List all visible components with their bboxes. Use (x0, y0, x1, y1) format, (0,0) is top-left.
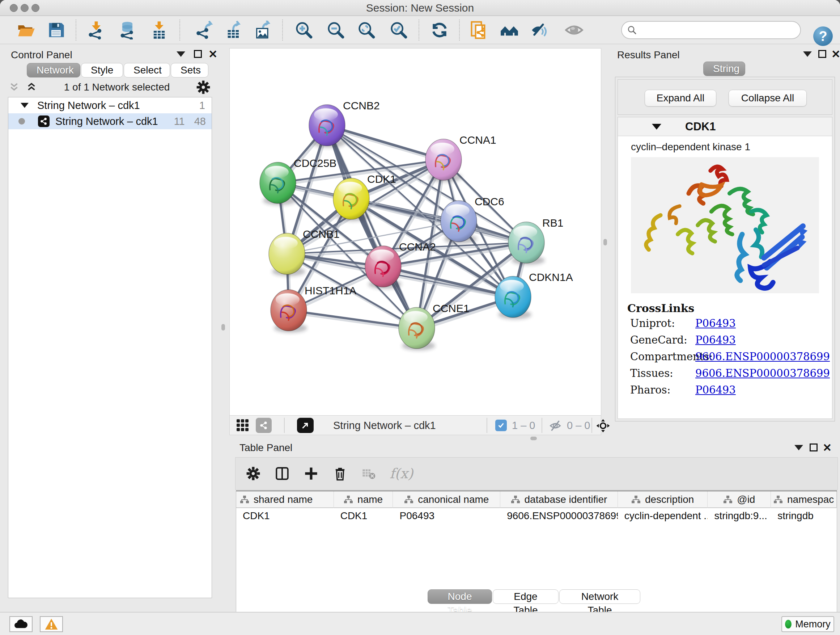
grid-view-icon[interactable] (236, 419, 249, 432)
hide-results-button[interactable] (529, 20, 549, 40)
tab-select[interactable]: Select (124, 63, 170, 78)
network-share-view-button[interactable] (256, 418, 272, 433)
tab-style[interactable]: Style (81, 63, 123, 78)
tab-node-table[interactable]: Node Table (428, 589, 492, 604)
string-import-button[interactable] (470, 20, 490, 40)
refresh-button[interactable] (429, 20, 450, 40)
column-type-icon (511, 495, 520, 504)
table-header-cell[interactable]: description (618, 491, 708, 508)
zoom-fit-button[interactable] (356, 20, 377, 40)
table-header-cell[interactable]: namespac (771, 491, 837, 508)
zoom-in-button[interactable] (294, 20, 314, 40)
export-network-button[interactable] (195, 20, 215, 40)
crosslinks-heading: CrossLinks (627, 302, 694, 315)
crosslink-value-link[interactable]: 9606.ENSP00000378699 (695, 367, 830, 379)
crosslink-value-link[interactable]: P06493 (695, 334, 736, 346)
table-cell[interactable]: 9606.ENSP00000378699 (500, 508, 618, 524)
node-gloss-highlight (513, 226, 537, 238)
memory-button[interactable]: Memory (782, 616, 834, 632)
network-edge[interactable] (327, 125, 417, 328)
table-gear-icon[interactable] (246, 466, 261, 481)
current-network-dot-icon (19, 118, 25, 125)
import-network-file-button[interactable] (86, 20, 106, 40)
table-header-cell[interactable]: canonical name (393, 491, 500, 508)
table-cell[interactable]: CDK1 (236, 508, 334, 524)
panel-menu-icon[interactable] (803, 51, 812, 57)
section-collapse-triangle-icon[interactable] (652, 124, 661, 130)
birdseye-view-button[interactable] (297, 418, 314, 433)
left-splitter-handle[interactable] (221, 324, 225, 331)
float-panel-icon[interactable] (194, 50, 202, 58)
crosslink-row: Pharos:P06493 (618, 384, 832, 401)
import-network-database-button[interactable] (117, 20, 137, 40)
selected-checkbox-icon[interactable] (495, 420, 507, 431)
expand-all-chevrons-icon[interactable] (25, 81, 38, 93)
table-header-cell[interactable]: shared name (236, 491, 334, 508)
table-header-cell[interactable]: @id (707, 491, 771, 508)
crosslink-row: Uniprot:P06493 (618, 317, 832, 334)
table-cell[interactable]: cyclin-dependent ... (618, 508, 708, 524)
crosslink-value-link[interactable]: P06493 (695, 317, 736, 329)
title-bar: Session: New Session (0, 0, 840, 16)
crosslink-label: Uniprot: (630, 317, 675, 329)
column-label: name (357, 494, 383, 505)
tab-sets[interactable]: Sets (171, 63, 208, 78)
warnings-button[interactable] (40, 616, 63, 632)
show-eye-button[interactable] (564, 20, 584, 40)
search-field[interactable] (621, 21, 801, 39)
network-canvas[interactable]: CCNB2CCNA1CDC25BCDK1CDC6RB1CCNB1CCNA2CDK… (229, 48, 601, 416)
help-button[interactable]: ? (813, 27, 833, 46)
column-type-icon (774, 495, 783, 504)
float-panel-icon[interactable] (810, 443, 818, 451)
cloud-status-button[interactable] (9, 616, 33, 632)
table-cell[interactable]: CDK1 (334, 508, 393, 524)
crosslink-value-link[interactable]: 9606.ENSP00000378699 (695, 350, 830, 363)
import-table-button[interactable] (149, 20, 169, 40)
delete-column-icon[interactable] (332, 466, 347, 481)
open-session-button[interactable] (16, 20, 36, 40)
expand-all-button[interactable]: Expand All (645, 90, 716, 106)
add-column-icon[interactable] (303, 466, 319, 481)
table-header-row: shared namenamecanonical namedatabase id… (236, 491, 837, 508)
table-cell[interactable]: stringdb:9... (707, 508, 771, 524)
tab-string-results[interactable]: String (703, 62, 745, 76)
crosslink-value-link[interactable]: P06493 (695, 384, 736, 396)
tab-edge-table[interactable]: Edge Table (493, 589, 559, 604)
search-input[interactable] (637, 24, 795, 36)
close-panel-icon[interactable]: ✕ (823, 441, 832, 454)
node-gloss-highlight (314, 108, 338, 120)
column-label: shared name (254, 494, 313, 505)
export-table-button[interactable] (224, 20, 244, 40)
network-collection-row[interactable]: String Network – cdk1 1 (8, 97, 212, 113)
close-panel-icon[interactable]: ✕ (208, 48, 218, 60)
table-cell[interactable]: P06493 (393, 508, 500, 524)
import-database-icon (118, 21, 137, 40)
save-icon (47, 21, 65, 40)
string-home-button[interactable] (499, 20, 519, 40)
table-row[interactable]: CDK1CDK1P064939606.ENSP00000378699cyclin… (236, 508, 837, 524)
fit-content-crosshair-icon[interactable] (596, 418, 610, 433)
table-cell[interactable]: stringdb (771, 508, 837, 524)
zoom-selected-button[interactable] (388, 20, 409, 40)
panel-menu-icon[interactable] (794, 445, 803, 450)
save-session-button[interactable] (46, 20, 66, 40)
close-panel-icon[interactable]: ✕ (831, 48, 840, 60)
panel-menu-icon[interactable] (177, 51, 185, 57)
horizontal-splitter-handle[interactable] (531, 437, 537, 440)
tab-network-table[interactable]: Network Table (559, 589, 640, 604)
show-columns-icon[interactable] (275, 466, 290, 481)
float-panel-icon[interactable] (818, 50, 826, 58)
collapse-all-button[interactable]: Collapse All (729, 90, 807, 106)
network-row-selected[interactable]: String Network – cdk1 11 48 (8, 113, 212, 129)
collapse-triangle-icon[interactable] (21, 103, 28, 108)
hidden-eye-icon[interactable] (549, 420, 562, 432)
right-splitter-handle[interactable] (603, 239, 607, 245)
table-header-cell[interactable]: name (334, 491, 393, 508)
gene-section-header[interactable]: CDK1 (618, 117, 832, 136)
collapse-all-chevrons-icon[interactable] (8, 81, 20, 93)
tab-network[interactable]: Network (27, 63, 80, 78)
gear-icon[interactable] (196, 80, 210, 95)
export-image-button[interactable] (253, 20, 273, 40)
table-header-cell[interactable]: database identifier (500, 491, 618, 508)
zoom-out-button[interactable] (325, 20, 346, 40)
